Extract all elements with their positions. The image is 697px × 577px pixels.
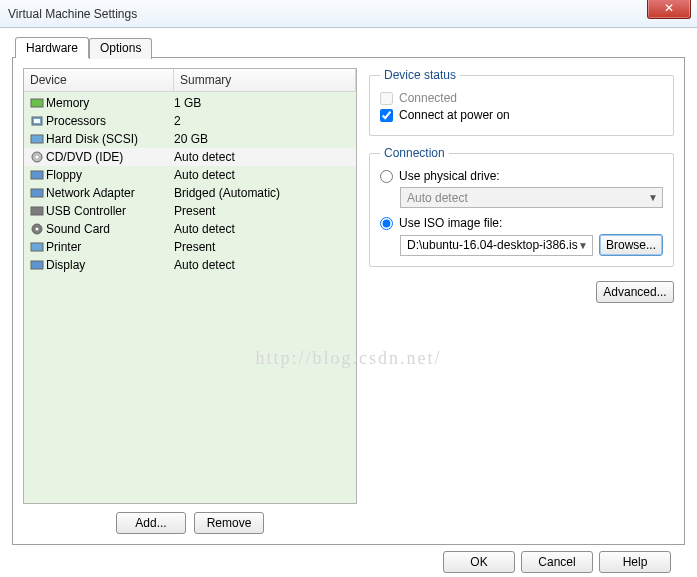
device-summary: 2 bbox=[174, 114, 352, 128]
network-icon bbox=[30, 187, 44, 199]
connect-poweron-label: Connect at power on bbox=[399, 108, 510, 122]
cd-icon bbox=[30, 151, 44, 163]
tab-hardware[interactable]: Hardware bbox=[15, 37, 89, 58]
svg-point-5 bbox=[36, 156, 39, 159]
device-summary: Bridged (Automatic) bbox=[174, 186, 352, 200]
device-name: Processors bbox=[46, 114, 174, 128]
use-iso-label: Use ISO image file: bbox=[399, 216, 502, 230]
printer-icon bbox=[30, 241, 44, 253]
display-icon bbox=[30, 259, 44, 271]
svg-rect-2 bbox=[34, 119, 40, 123]
device-summary: Present bbox=[174, 240, 352, 254]
device-row[interactable]: Processors2 bbox=[24, 112, 356, 130]
device-row[interactable]: Hard Disk (SCSI)20 GB bbox=[24, 130, 356, 148]
cancel-button[interactable]: Cancel bbox=[521, 551, 593, 573]
cpu-icon bbox=[30, 115, 44, 127]
svg-rect-0 bbox=[31, 99, 43, 107]
sound-icon bbox=[30, 223, 44, 235]
device-summary: Auto detect bbox=[174, 258, 352, 272]
svg-rect-8 bbox=[31, 207, 43, 215]
connected-row: Connected bbox=[380, 91, 663, 105]
chevron-down-icon[interactable]: ▼ bbox=[578, 240, 588, 251]
device-summary: Auto detect bbox=[174, 168, 352, 182]
help-button[interactable]: Help bbox=[599, 551, 671, 573]
browse-button[interactable]: Browse... bbox=[599, 234, 663, 256]
usb-icon bbox=[30, 205, 44, 217]
use-physical-row[interactable]: Use physical drive: bbox=[380, 169, 663, 183]
device-name: Display bbox=[46, 258, 174, 272]
floppy-icon bbox=[30, 169, 44, 181]
device-name: CD/DVD (IDE) bbox=[46, 150, 174, 164]
device-summary: Auto detect bbox=[174, 222, 352, 236]
remove-button[interactable]: Remove bbox=[194, 512, 264, 534]
device-row[interactable]: FloppyAuto detect bbox=[24, 166, 356, 184]
use-physical-radio[interactable] bbox=[380, 170, 393, 183]
hdd-icon bbox=[30, 133, 44, 145]
title-bar: Virtual Machine Settings ✕ bbox=[0, 0, 697, 28]
svg-point-10 bbox=[36, 228, 39, 231]
svg-rect-6 bbox=[31, 171, 43, 179]
device-row[interactable]: Sound CardAuto detect bbox=[24, 220, 356, 238]
connected-checkbox bbox=[380, 92, 393, 105]
svg-rect-7 bbox=[31, 189, 43, 197]
connect-poweron-row[interactable]: Connect at power on bbox=[380, 108, 663, 122]
physical-drive-dropdown: Auto detect ▼ bbox=[400, 187, 663, 208]
device-row[interactable]: DisplayAuto detect bbox=[24, 256, 356, 274]
chevron-down-icon: ▼ bbox=[648, 192, 658, 203]
svg-rect-12 bbox=[31, 261, 43, 269]
device-name: Printer bbox=[46, 240, 174, 254]
device-row[interactable]: Network AdapterBridged (Automatic) bbox=[24, 184, 356, 202]
svg-rect-3 bbox=[31, 135, 43, 143]
dialog-buttons: OK Cancel Help bbox=[12, 545, 685, 573]
tab-options[interactable]: Options bbox=[89, 38, 152, 59]
device-list[interactable]: Device Summary Memory1 GBProcessors2Hard… bbox=[23, 68, 357, 504]
header-summary[interactable]: Summary bbox=[174, 69, 356, 92]
device-name: Hard Disk (SCSI) bbox=[46, 132, 174, 146]
iso-path-dropdown[interactable]: D:\ubuntu-16.04-desktop-i386.is ▼ bbox=[400, 235, 593, 256]
tabstrip: Hardware Options bbox=[15, 36, 685, 57]
use-physical-label: Use physical drive: bbox=[399, 169, 500, 183]
device-status-legend: Device status bbox=[380, 68, 460, 82]
add-button[interactable]: Add... bbox=[116, 512, 186, 534]
device-summary: 20 GB bbox=[174, 132, 352, 146]
device-summary: Present bbox=[174, 204, 352, 218]
device-row[interactable]: USB ControllerPresent bbox=[24, 202, 356, 220]
advanced-button[interactable]: Advanced... bbox=[596, 281, 674, 303]
device-status-group: Device status Connected Connect at power… bbox=[369, 68, 674, 136]
use-iso-radio[interactable] bbox=[380, 217, 393, 230]
device-list-header: Device Summary bbox=[24, 69, 356, 92]
device-name: USB Controller bbox=[46, 204, 174, 218]
close-button[interactable]: ✕ bbox=[647, 0, 691, 19]
memory-icon bbox=[30, 97, 44, 109]
device-row[interactable]: Memory1 GB bbox=[24, 94, 356, 112]
ok-button[interactable]: OK bbox=[443, 551, 515, 573]
iso-path-value: D:\ubuntu-16.04-desktop-i386.is bbox=[407, 238, 578, 252]
svg-rect-11 bbox=[31, 243, 43, 251]
device-summary: Auto detect bbox=[174, 150, 352, 164]
header-device[interactable]: Device bbox=[24, 69, 174, 92]
device-name: Memory bbox=[46, 96, 174, 110]
connect-poweron-checkbox[interactable] bbox=[380, 109, 393, 122]
connected-label: Connected bbox=[399, 91, 457, 105]
connection-group: Connection Use physical drive: Auto dete… bbox=[369, 146, 674, 267]
device-name: Floppy bbox=[46, 168, 174, 182]
tab-panel-hardware: http://blog.csdn.net/ Device Summary Mem… bbox=[12, 57, 685, 545]
physical-drive-value: Auto detect bbox=[407, 191, 468, 205]
device-row[interactable]: PrinterPresent bbox=[24, 238, 356, 256]
device-summary: 1 GB bbox=[174, 96, 352, 110]
window-title: Virtual Machine Settings bbox=[8, 7, 137, 21]
device-name: Network Adapter bbox=[46, 186, 174, 200]
device-name: Sound Card bbox=[46, 222, 174, 236]
use-iso-row[interactable]: Use ISO image file: bbox=[380, 216, 663, 230]
connection-legend: Connection bbox=[380, 146, 449, 160]
device-row[interactable]: CD/DVD (IDE)Auto detect bbox=[24, 148, 356, 166]
